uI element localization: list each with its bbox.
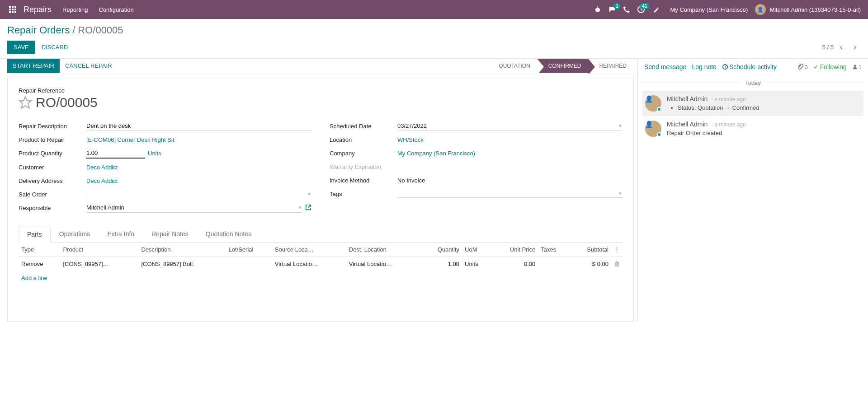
svg-marker-14 <box>20 97 31 108</box>
start-repair-button[interactable]: START REPAIR <box>7 59 60 73</box>
th-description: Description <box>139 243 226 257</box>
external-link-icon[interactable] <box>305 204 311 212</box>
msg-time: - a minute ago <box>711 96 746 103</box>
sale-dropdown[interactable]: ▼ <box>86 190 311 198</box>
sale-label: Sale Order <box>19 191 86 198</box>
add-line-link[interactable]: Add a line <box>21 275 47 281</box>
tabs: Parts Operations Extra Info Repair Notes… <box>19 225 623 243</box>
tags-dropdown[interactable]: ▼ <box>397 190 623 198</box>
activity-badge: 41 <box>640 3 649 9</box>
msg-body-text: Repair Order created <box>667 130 861 136</box>
product-link[interactable]: [E-COM06] Corner Desk Right Sit <box>86 136 174 143</box>
desc-input[interactable] <box>86 121 311 131</box>
bug-icon[interactable] <box>594 6 601 13</box>
followers-button[interactable]: 1 <box>852 64 862 70</box>
attachment-button[interactable]: 0 <box>797 64 807 70</box>
tab-operations[interactable]: Operations <box>51 225 99 242</box>
th-lot: Lot/Serial <box>226 243 272 257</box>
chat-icon[interactable]: 1 <box>609 6 616 13</box>
cell-src: Virtual Locatio… <box>272 257 346 271</box>
msg-author: Mitchell Admin <box>667 95 708 103</box>
loc-label: Location <box>330 136 397 143</box>
pager-prev[interactable]: ‹ <box>835 42 847 53</box>
svg-line-12 <box>599 9 600 9</box>
star-icon[interactable] <box>19 96 32 109</box>
invoice-value: No Invoice <box>397 177 425 184</box>
top-nav: Repairs Reporting Configuration 1 41 My … <box>0 0 868 19</box>
send-message-link[interactable]: Send message <box>644 63 686 70</box>
chatter: Send message Log note Schedule activity … <box>637 59 868 322</box>
stages: QUOTATION CONFIRMED REPAIRED <box>492 59 634 73</box>
table-header-row: Type Product Description Lot/Serial Sour… <box>19 243 623 257</box>
schedule-activity-link[interactable]: Schedule activity <box>722 63 777 70</box>
product-label: Product to Repair <box>19 136 86 143</box>
message: 👤 Mitchell Admin - a minute ago Repair O… <box>642 116 863 141</box>
pager-next[interactable]: › <box>849 42 861 53</box>
msg-author: Mitchell Admin <box>667 121 708 128</box>
menu-configuration[interactable]: Configuration <box>99 6 133 13</box>
resp-dropdown[interactable]: Mitchell Admin▼ <box>86 203 302 213</box>
apps-icon[interactable] <box>7 4 18 15</box>
statusbar: START REPAIR CANCEL REPAIR QUOTATION CON… <box>7 59 634 73</box>
delivery-link[interactable]: Deco Addict <box>86 177 118 184</box>
sched-input[interactable]: 03/27/2022▼ <box>397 121 623 131</box>
action-row: SAVE DISCARD 5 / 5 ‹ › <box>0 39 868 58</box>
user-menu[interactable]: 👤 Mitchell Admin (13934073-15-0-all) <box>755 4 861 15</box>
activity-icon[interactable]: 41 <box>637 6 645 13</box>
svg-point-16 <box>854 65 856 67</box>
delivery-label: Delivery Address <box>19 177 86 184</box>
breadcrumb-current: RO/00005 <box>78 24 123 36</box>
qty-input[interactable] <box>86 148 145 159</box>
form-right-col: Scheduled Date 03/27/2022▼ Location WH/S… <box>330 119 623 215</box>
chat-badge: 1 <box>613 3 621 9</box>
form-pane: START REPAIR CANCEL REPAIR QUOTATION CON… <box>0 59 637 322</box>
customer-label: Customer <box>19 164 86 171</box>
stage-quotation[interactable]: QUOTATION <box>492 59 538 73</box>
save-button[interactable]: SAVE <box>7 41 35 54</box>
th-taxes: Taxes <box>538 243 570 257</box>
tab-repair-notes[interactable]: Repair Notes <box>143 225 197 242</box>
following-button[interactable]: ✓ Following <box>813 63 847 70</box>
customer-link[interactable]: Deco Addict <box>86 164 118 171</box>
trash-icon[interactable]: 🗑 <box>614 261 620 267</box>
th-subtotal: Subtotal <box>570 243 611 257</box>
msg-bullet: Status: Quotation → Confirmed <box>678 104 861 111</box>
cell-qty: 1.00 <box>420 257 462 271</box>
stage-confirmed[interactable]: CONFIRMED <box>538 59 589 73</box>
loc-link[interactable]: WH/Stock <box>397 136 424 143</box>
th-type: Type <box>19 243 60 257</box>
cell-description: [CONS_89957] Bolt <box>139 257 226 271</box>
cancel-repair-button[interactable]: CANCEL REPAIR <box>60 59 117 73</box>
phone-icon[interactable] <box>623 6 630 13</box>
chatter-date-sep: Today <box>642 79 863 86</box>
sched-label: Scheduled Date <box>330 123 397 130</box>
th-menu[interactable]: ⋮ <box>611 243 623 257</box>
add-line-row: Add a line <box>19 271 623 285</box>
user-name: Mitchell Admin (13934073-15-0-all) <box>769 6 861 13</box>
cell-lot <box>226 257 272 271</box>
cell-uom: Units <box>462 257 491 271</box>
svg-rect-7 <box>12 11 14 13</box>
app-brand[interactable]: Repairs <box>24 5 52 14</box>
discard-button[interactable]: DISCARD <box>35 41 75 54</box>
svg-point-9 <box>595 8 600 12</box>
chatter-top: Send message Log note Schedule activity … <box>642 59 863 75</box>
stage-repaired[interactable]: REPAIRED <box>589 59 634 73</box>
tab-quotation-notes[interactable]: Quotation Notes <box>197 225 260 242</box>
warranty-label: Warranty Expiration <box>330 163 397 170</box>
tab-parts[interactable]: Parts <box>19 226 51 243</box>
wrench-icon[interactable] <box>652 6 659 13</box>
svg-rect-6 <box>9 11 11 13</box>
tab-extra-info[interactable]: Extra Info <box>99 225 143 242</box>
company-selector[interactable]: My Company (San Francisco) <box>670 6 748 13</box>
qty-unit[interactable]: Units <box>148 150 161 157</box>
table-row[interactable]: Remove [CONS_89957]… [CONS_89957] Bolt V… <box>19 257 623 271</box>
page-title: RO/00005 <box>36 95 98 110</box>
svg-rect-0 <box>9 6 11 8</box>
log-note-link[interactable]: Log note <box>692 63 717 70</box>
company-link[interactable]: My Company (San Francisco) <box>397 150 475 157</box>
breadcrumb-parent[interactable]: Repair Orders <box>7 24 70 36</box>
company-label: Company <box>330 150 397 157</box>
ref-label: Repair Reference <box>19 87 623 94</box>
menu-reporting[interactable]: Reporting <box>62 6 88 13</box>
